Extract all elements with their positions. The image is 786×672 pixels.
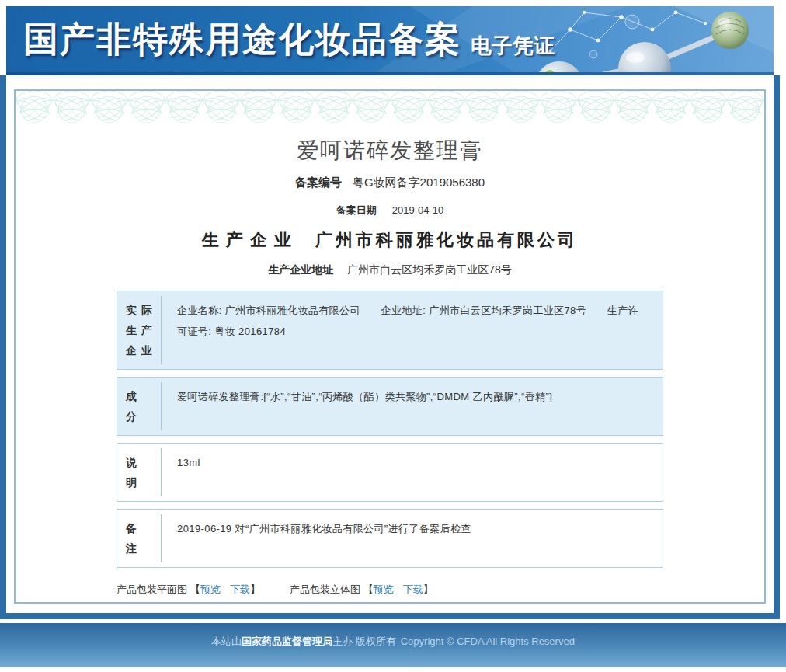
bracket: 【: [363, 583, 374, 595]
site-subtitle: 电子凭证: [471, 32, 555, 60]
footer-copyright: Copyright © CFDA All Rights Reserved: [401, 635, 575, 647]
attachment-links-row: 产品包装平面图【预览下载】产品包装立体图 【预览下载】: [117, 583, 663, 597]
stereo-preview-link[interactable]: 预览: [374, 583, 394, 595]
footer-prefix: 本站由: [211, 635, 242, 647]
filing-number-label: 备案编号: [295, 176, 342, 189]
table-row-remark: 备 注 2019-06-19 对“广州市科丽雅化妆品有限公司”进行了备案后检查: [117, 509, 663, 568]
row-label: 备 注: [117, 510, 161, 567]
filing-number-value: 粤G妆网备字2019056380: [353, 176, 485, 189]
table-row-ingredients: 成 分 爱呵诺碎发整理膏:[“水”,“甘油”,“丙烯酸（酯）类共聚物”,“DMD…: [117, 377, 663, 436]
bracket: 【: [190, 583, 200, 595]
site-footer: 本站由国家药品监督管理局主办 版权所有Copyright © CFDA All …: [0, 623, 786, 667]
guilloche-top-border: [16, 91, 764, 133]
row-label: 实际生产企业: [117, 291, 161, 369]
row-content: 13ml: [161, 448, 663, 496]
footer-org-link[interactable]: 国家药品监督管理局: [242, 635, 332, 647]
footer-suffix: 主办 版权所有: [332, 635, 396, 647]
product-name: 爱呵诺碎发整理膏: [16, 138, 764, 164]
row-content: 爱呵诺碎发整理膏:[“水”,“甘油”,“丙烯酸（酯）类共聚物”,“DMDM 乙内…: [161, 382, 663, 430]
row-content: 2019-06-19 对“广州市科丽雅化妆品有限公司”进行了备案后检查: [161, 514, 663, 562]
stereo-package-label: 产品包装立体图: [290, 583, 360, 595]
bracket: 】: [250, 583, 260, 595]
manufacturer-line: 生产企业广州市科丽雅化妆品有限公司: [16, 228, 764, 252]
certificate-body: 爱呵诺碎发整理膏 备案编号粤G妆网备字2019056380 备案日期2019-0…: [16, 133, 764, 604]
table-row-actual-manufacturer: 实际生产企业 企业名称: 广州市科丽雅化妆品有限公司 企业地址: 广州市白云区均…: [117, 291, 663, 370]
manufacturer-address-line: 生产企业地址广州市白云区均禾罗岗工业区78号: [16, 263, 764, 277]
filing-date-value: 2019-04-10: [392, 204, 444, 216]
header-banner: 国产非特殊用途化妆品备案 电子凭证: [6, 6, 774, 75]
stereo-download-link[interactable]: 下载: [403, 583, 423, 595]
filing-date-line: 备案日期2019-04-10: [16, 204, 764, 218]
info-table: 实际生产企业 企业名称: 广州市科丽雅化妆品有限公司 企业地址: 广州市白云区均…: [117, 291, 663, 568]
site-title: 国产非特殊用途化妆品备案: [23, 16, 461, 63]
flat-download-link[interactable]: 下载: [230, 583, 250, 595]
flat-preview-link[interactable]: 预览: [200, 583, 221, 595]
content-frame: 爱呵诺碎发整理膏 备案编号粤G妆网备字2019056380 备案日期2019-0…: [0, 75, 780, 619]
manufacturer-name: 广州市科丽雅化妆品有限公司: [315, 230, 578, 249]
bracket: 】: [423, 583, 433, 595]
table-row-description: 说 明 13ml: [117, 443, 663, 502]
flat-package-label: 产品包装平面图: [117, 583, 187, 595]
certificate: 爱呵诺碎发整理膏 备案编号粤G妆网备字2019056380 备案日期2019-0…: [14, 89, 766, 604]
row-label: 说 明: [117, 444, 161, 501]
manufacturer-address-value: 广州市白云区均禾罗岗工业区78号: [347, 263, 512, 276]
filing-number-line: 备案编号粤G妆网备字2019056380: [16, 176, 764, 190]
row-content: 企业名称: 广州市科丽雅化妆品有限公司 企业地址: 广州市白云区均禾罗岗工业区7…: [161, 296, 663, 364]
row-label: 成 分: [117, 378, 161, 435]
manufacturer-address-label: 生产企业地址: [268, 263, 333, 276]
manufacturer-label: 生产企业: [202, 230, 298, 249]
page: 国产非特殊用途化妆品备案 电子凭证: [0, 6, 786, 672]
filing-date-label: 备案日期: [336, 204, 377, 216]
